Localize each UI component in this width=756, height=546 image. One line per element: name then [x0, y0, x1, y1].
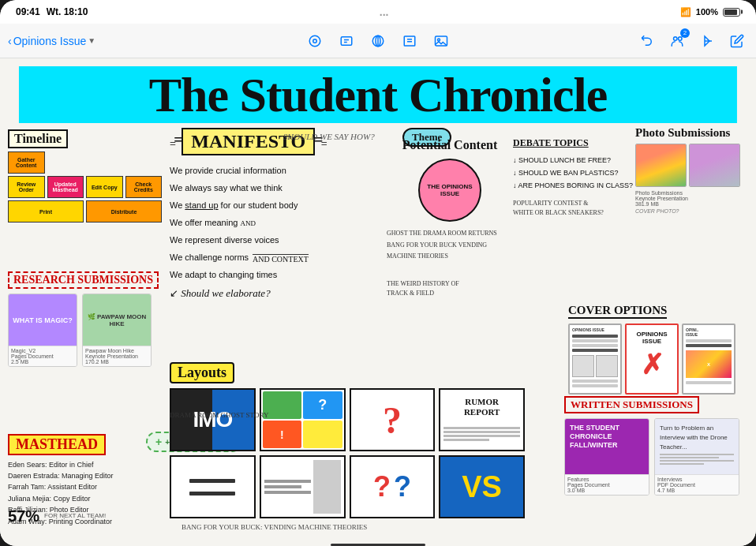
photo-doc-1-size: 381.9 MB — [635, 201, 750, 207]
undo-button[interactable] — [636, 30, 658, 52]
layouts-grid: IMO ? ! — [170, 388, 525, 518]
layout-colorful[interactable]: ? ! — [260, 388, 346, 451]
layout-lines-1[interactable] — [170, 455, 256, 518]
research-doc-1[interactable]: WHAT IS MAGIC? Magic_V2 Pages Document 2… — [8, 294, 77, 367]
written-title: WRITTEN SUBMISSIONS — [564, 396, 699, 413]
svg-point-12 — [438, 39, 440, 41]
date-display: Wt. 18:10 — [47, 6, 88, 17]
timeline-row2: Review Order Updated Masthead Edit Copy … — [8, 176, 162, 198]
manifesto-item-2: We always say what we think — [170, 179, 406, 196]
opinions-bubble: THE OPINIONS ISSUE — [418, 159, 481, 222]
written-doc-1-info: Features Pages Document 3.0 MB — [565, 474, 649, 495]
timeline-row3: Print Distribute — [8, 200, 162, 223]
timeline-print: Print — [8, 200, 84, 223]
photo-doc-info: Photo Submissions Keynote Presentation 3… — [635, 190, 750, 214]
timeline-edit: Edit Copy — [86, 176, 123, 198]
weird-history-note: THE WEIRD HISTORY OF TRACK & FIELD — [387, 279, 481, 298]
layout-lines-2[interactable] — [260, 455, 346, 518]
layout-double-question[interactable]: ? ? — [350, 455, 436, 518]
layout-rumor-report[interactable]: RUMORREPORT — [439, 388, 525, 451]
manifesto-section: = MANIFESTO = SHOULD WE SAY HOW? We prov… — [170, 128, 406, 300]
manifesto-item-3: We stand up for our student body — [170, 196, 406, 214]
photo-thumb-2[interactable] — [689, 144, 740, 187]
written-section: WRITTEN SUBMISSIONS THE STUDENT CHRONICL… — [564, 396, 750, 496]
progress-label: FOR NEXT AL TEAM! — [44, 512, 106, 520]
timeline-empty2 — [86, 151, 123, 174]
svg-point-0 — [309, 36, 320, 47]
popularity-note: POPULARITY CONTEST & — [513, 199, 635, 208]
layout-vs[interactable]: VS — [439, 455, 525, 518]
research-doc-2[interactable]: 🌿 PAWPAW MOON HIKE Pawpaw Moon Hike Keyn… — [82, 294, 152, 367]
content-item-1: GHOST THE DRAMA ROOM RETURNS — [387, 228, 513, 239]
research-doc-2-info: Pawpaw Moon Hike Keynote Presentation 17… — [83, 346, 151, 366]
back-button[interactable]: ‹ Opinions Issue ▼ — [8, 35, 95, 47]
debate-item-2: ↓ SHOULD WE BAN PLASTICS? — [513, 166, 635, 179]
share-button[interactable] — [696, 30, 718, 52]
layout-question[interactable]: ? — [350, 388, 436, 451]
manifesto-item-4: We offer meaning AND — [170, 214, 406, 231]
debate-item-3: ↓ ARE PHONES BORING IN CLASS? — [513, 179, 635, 192]
timeline-gather: Gather Content — [8, 151, 45, 174]
layouts-section: Layouts IMO ? ! — [170, 362, 525, 518]
photo-title: Photo Submissions — [635, 126, 750, 140]
svg-point-14 — [679, 36, 683, 40]
manifesto-item-1: We provide crucial information — [170, 162, 406, 179]
and-context-label: AND CONTEXT — [253, 254, 309, 264]
status-bar: 09:41 Wt. 18:10 ... 📶 100% — [0, 0, 756, 24]
written-doc-2[interactable]: Turn to Problem an Interview with the Dr… — [654, 418, 739, 496]
dropdown-icon[interactable]: ▼ — [88, 36, 95, 45]
cover-thumb-2[interactable]: OPINIONSISSUE ✗ — [625, 323, 679, 395]
dots-indicator: ... — [380, 6, 389, 18]
elaborate-note: ↙ Should we elaborate? — [170, 287, 406, 300]
debate-section: DEBATE TOPICS ↓ SHOULD LUNCH BE FREE? ↓ … — [513, 137, 635, 218]
photo-doc-1-name: Photo Submissions — [635, 190, 750, 196]
collaborators-button[interactable]: 2 — [666, 30, 688, 52]
text-tool-button[interactable] — [335, 30, 357, 52]
photo-thumbs — [635, 144, 750, 187]
cover-thumb-1[interactable]: OPINIONS ISSUE — [568, 323, 622, 395]
timeline-label: Timeline — [8, 129, 68, 148]
shape-tool-button[interactable] — [367, 30, 389, 52]
svg-point-1 — [313, 39, 317, 43]
chevron-left-icon: ‹ — [8, 35, 12, 47]
debate-item-1: ↓ SHOULD LUNCH BE FREE? — [513, 154, 635, 166]
written-doc-1[interactable]: THE STUDENT CHRONICLE FALL/WINTER Featur… — [564, 418, 649, 496]
debate-items: ↓ SHOULD LUNCH BE FREE? ↓ SHOULD WE BAN … — [513, 154, 635, 193]
debate-title: DEBATE TOPICS — [513, 137, 635, 149]
battery-percent: 100% — [696, 7, 718, 17]
progress-percent: 57% — [8, 507, 39, 525]
masthead-label: MASTHEAD — [8, 434, 106, 455]
manifesto-items: We provide crucial information We always… — [170, 162, 406, 283]
potential-section: Potential Content THE OPINIONS ISSUE GHO… — [387, 137, 513, 262]
home-indicator-area — [0, 543, 756, 546]
should-we-note: SHOULD WE SAY HOW? — [283, 132, 375, 141]
content-item-2: BANG FOR YOUR BUCK VENDING MACHINE THEOR… — [387, 240, 513, 263]
masthead-member-3: Farrah Tam: Assistant Editor — [8, 481, 166, 492]
progress-section: 57% FOR NEXT AL TEAM! — [8, 507, 106, 525]
pen-tool-button[interactable] — [304, 30, 326, 52]
masthead-member-4: Juliana Mejia: Copy Editor — [8, 493, 166, 504]
photo-thumb-1[interactable] — [635, 144, 687, 187]
timeline-review: Review Order — [8, 176, 45, 198]
written-doc-2-cover: Turn to Problem an Interview with the Dr… — [655, 419, 739, 474]
back-label: Opinions Issue — [13, 35, 87, 47]
masthead-member-2: Daeren Estrada: Managing Editor — [8, 470, 166, 481]
masthead-member-1: Eden Sears: Editor in Chief — [8, 459, 166, 470]
image-tool-button[interactable] — [430, 30, 452, 52]
timeline-distribute: Distribute — [86, 200, 162, 223]
manifesto-item-5: We represent diverse voices — [170, 231, 406, 249]
photo-section: Photo Submissions Photo Submissions Keyn… — [635, 126, 750, 214]
wifi-icon: 📶 — [680, 7, 691, 17]
text-insert-button[interactable] — [399, 30, 421, 52]
canvas-area[interactable]: The Student Chronicle Timeline Gather Co… — [0, 58, 756, 543]
cover-thumb-3[interactable]: OPINI..ISSUE X — [682, 323, 735, 395]
timeline-grid: Gather Content — [8, 151, 162, 174]
toolbar: ‹ Opinions Issue ▼ — [0, 24, 756, 58]
research-doc-2-cover: 🌿 PAWPAW MOON HIKE — [83, 294, 151, 346]
edit-button[interactable] — [726, 30, 748, 52]
timeline-updated: Updated Masthead — [47, 176, 84, 198]
device-frame: 09:41 Wt. 18:10 ... 📶 100% ‹ Opinions Is… — [0, 0, 756, 546]
timeline-check: Check Credits — [125, 176, 163, 198]
home-indicator — [331, 544, 425, 546]
potential-title: Potential Content — [387, 137, 513, 152]
